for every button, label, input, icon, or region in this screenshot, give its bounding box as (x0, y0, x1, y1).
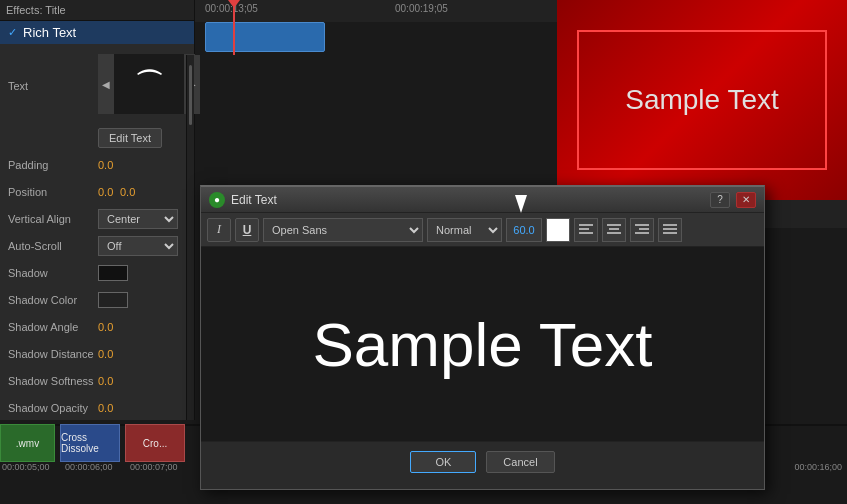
text-label: Text (8, 80, 98, 92)
svg-rect-5 (607, 232, 621, 234)
timeline-clip-1[interactable] (205, 22, 325, 52)
shadow-opacity-label: Shadow Opacity (8, 402, 98, 414)
bold-button[interactable]: U (235, 218, 259, 242)
bottom-clip-3[interactable]: Cro... (125, 424, 185, 462)
auto-scroll-select[interactable]: Off On (98, 236, 178, 256)
thumb-preview: ⌒ (114, 54, 184, 114)
effects-title-bar: Effects: Title (0, 0, 194, 21)
dialog-sample-text: Sample Text (312, 309, 652, 380)
edit-text-row: Edit Text (8, 127, 186, 149)
shadow-angle-label: Shadow Angle (8, 321, 98, 333)
svg-rect-2 (579, 232, 593, 234)
auto-scroll-label: Auto-Scroll (8, 240, 98, 252)
text-color-button[interactable] (546, 218, 570, 242)
svg-rect-9 (663, 224, 677, 226)
shadow-softness-row: Shadow Softness 0.0 (8, 370, 186, 392)
vertical-align-select[interactable]: Center Top Bottom (98, 209, 178, 229)
properties-panel: Text ◀ ⌒ ▶ Edit Text Padding 0.0 Positio… (0, 44, 194, 430)
left-panel-scrollbar[interactable] (186, 55, 194, 420)
shadow-angle-value[interactable]: 0.0 (98, 321, 113, 333)
align-justify-button[interactable] (658, 218, 682, 242)
padding-label: Padding (8, 159, 98, 171)
scrollbar-thumb[interactable] (189, 65, 192, 125)
style-select[interactable]: Normal Bold Italic (427, 218, 502, 242)
auto-scroll-row: Auto-Scroll Off On (8, 235, 186, 257)
bottom-time-1: 00:00:05;00 (2, 462, 50, 472)
preview-text-box: Sample Text (577, 30, 827, 170)
padding-value[interactable]: 0.0 (98, 159, 113, 171)
shadow-row: Shadow (8, 262, 186, 284)
dialog-toolbar: I U Open Sans Arial Times New Roman Norm… (201, 213, 764, 247)
position-label: Position (8, 186, 98, 198)
dialog-app-icon: ● (209, 192, 225, 208)
shadow-color-label: Shadow Color (8, 294, 98, 306)
shadow-softness-label: Shadow Softness (8, 375, 98, 387)
edit-text-dialog: ● Edit Text ? ✕ I U Open Sans Arial Time… (200, 185, 765, 490)
rich-text-label: Rich Text (23, 25, 76, 40)
shadow-opacity-value[interactable]: 0.0 (98, 402, 113, 414)
bottom-clip-1[interactable]: .wmv (0, 424, 55, 462)
shadow-angle-row: Shadow Angle 0.0 (8, 316, 186, 338)
effects-title-label: Effects: Title (6, 4, 66, 16)
dialog-help-button[interactable]: ? (710, 192, 730, 208)
preview-sample-text: Sample Text (625, 84, 779, 116)
time-marker-2: 00:00:19;05 (395, 3, 448, 14)
shadow-color-swatch[interactable] (98, 265, 128, 281)
svg-rect-0 (579, 224, 593, 226)
svg-rect-3 (607, 224, 621, 226)
thumb-text: ⌒ (135, 65, 163, 103)
vertical-align-label: Vertical Align (8, 213, 98, 225)
bottom-time-2: 00:00:06;00 (65, 462, 113, 472)
dialog-titlebar: ● Edit Text ? ✕ (201, 187, 764, 213)
dialog-footer: OK Cancel (201, 442, 764, 482)
edit-text-button[interactable]: Edit Text (98, 128, 162, 148)
text-prop-row: Text ◀ ⌒ ▶ (8, 50, 186, 122)
playhead[interactable] (233, 0, 235, 55)
check-icon: ✓ (8, 26, 17, 39)
shadow-color-value[interactable] (98, 292, 128, 308)
svg-rect-6 (635, 224, 649, 226)
position-y[interactable]: 0.0 (120, 186, 135, 198)
svg-rect-10 (663, 228, 677, 230)
preview-background: Sample Text (557, 0, 847, 200)
left-panel: Effects: Title ✓ Rich Text Text ◀ ⌒ ▶ Ed… (0, 0, 195, 420)
svg-rect-7 (639, 228, 649, 230)
padding-row: Padding 0.0 (8, 154, 186, 176)
align-center-button[interactable] (602, 218, 626, 242)
shadow-label: Shadow (8, 267, 98, 279)
italic-button[interactable]: I (207, 218, 231, 242)
bottom-clip-2[interactable]: Cross Dissolve (60, 424, 120, 462)
ok-button[interactable]: OK (410, 451, 476, 473)
svg-rect-8 (635, 232, 649, 234)
align-left-button[interactable] (574, 218, 598, 242)
shadow-distance-value[interactable]: 0.0 (98, 348, 113, 360)
preview-area: Sample Text (557, 0, 847, 200)
position-x[interactable]: 0.0 (98, 186, 113, 198)
shadow-color-row: Shadow Color (8, 289, 186, 311)
font-size-input[interactable] (506, 218, 542, 242)
align-right-button[interactable] (630, 218, 654, 242)
dialog-close-button[interactable]: ✕ (736, 192, 756, 208)
svg-rect-4 (609, 228, 619, 230)
bottom-time-3: 00:00:07;00 (130, 462, 178, 472)
rich-text-row[interactable]: ✓ Rich Text (0, 21, 194, 44)
shadow-distance-row: Shadow Distance 0.0 (8, 343, 186, 365)
position-row: Position 0.0 0.0 (8, 181, 186, 203)
text-thumbnail: ◀ ⌒ ▶ (98, 54, 200, 114)
svg-rect-11 (663, 232, 677, 234)
thumb-prev-btn[interactable]: ◀ (98, 54, 114, 114)
dialog-text-area[interactable]: Sample Text (201, 247, 764, 442)
vertical-align-row: Vertical Align Center Top Bottom (8, 208, 186, 230)
bottom-time-right: 00:00:16;00 (794, 462, 842, 472)
svg-rect-1 (579, 228, 589, 230)
font-select[interactable]: Open Sans Arial Times New Roman (263, 218, 423, 242)
shadow-opacity-row: Shadow Opacity 0.0 (8, 397, 186, 419)
shadow-distance-label: Shadow Distance (8, 348, 98, 360)
cancel-button[interactable]: Cancel (486, 451, 554, 473)
dialog-title: Edit Text (231, 193, 704, 207)
shadow-softness-value[interactable]: 0.0 (98, 375, 113, 387)
